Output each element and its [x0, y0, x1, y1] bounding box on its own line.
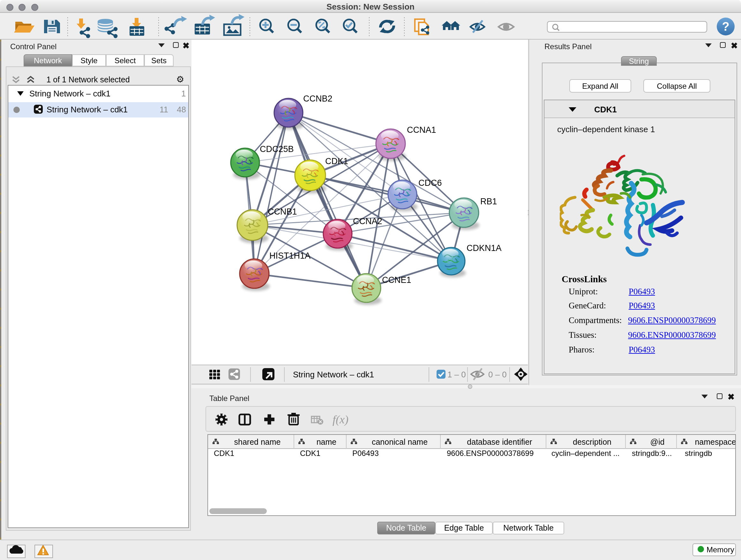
svg-text:description: description	[573, 437, 611, 446]
svg-text:shared name: shared name	[234, 437, 281, 446]
svg-text:HIST1H1A: HIST1H1A	[269, 251, 311, 260]
svg-text:CCNB1: CCNB1	[268, 207, 297, 216]
svg-text:canonical name: canonical name	[372, 437, 428, 446]
svg-text:CCNA2: CCNA2	[353, 216, 382, 226]
svg-text:@id: @id	[650, 437, 665, 446]
svg-text:namespace: namespace	[695, 437, 735, 446]
svg-text:CCNB2: CCNB2	[303, 94, 333, 104]
svg-text:CDC25B: CDC25B	[260, 144, 294, 154]
svg-text:1 – 0: 1 – 0	[448, 370, 466, 379]
svg-text:CCNA1: CCNA1	[407, 125, 436, 135]
svg-text:database identifier: database identifier	[467, 437, 532, 446]
svg-text:CDKN1A: CDKN1A	[467, 243, 502, 253]
svg-text:CDK1: CDK1	[325, 157, 348, 166]
svg-text:?: ?	[722, 20, 729, 33]
svg-text:0 – 0: 0 – 0	[488, 370, 507, 379]
svg-text:name: name	[317, 437, 337, 446]
svg-text:RB1: RB1	[480, 197, 497, 206]
svg-text:f(x): f(x)	[333, 413, 348, 426]
svg-text:CCNE1: CCNE1	[382, 275, 411, 285]
svg-text:CDC6: CDC6	[418, 178, 442, 188]
